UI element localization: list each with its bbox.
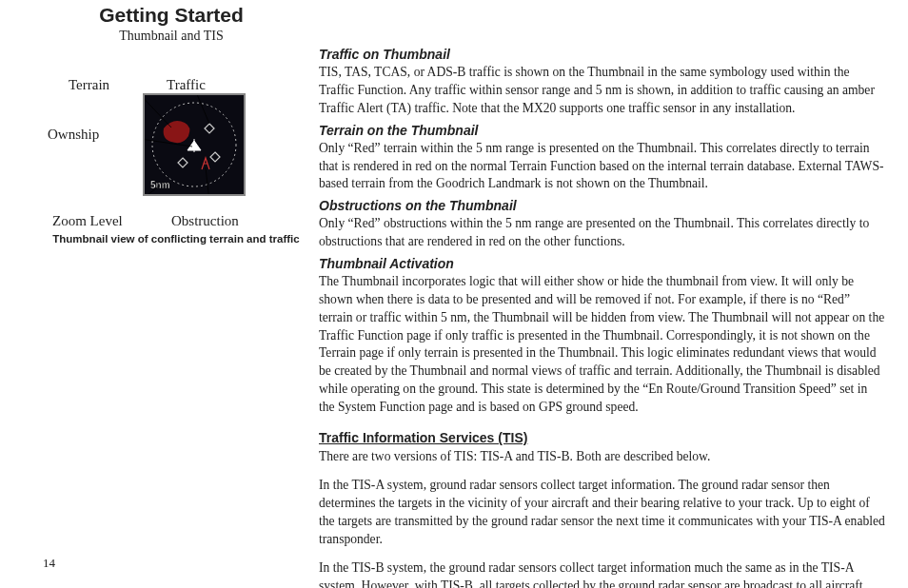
heading-obstructions-thumbnail: Obstructions on the Thumbnail <box>319 197 885 215</box>
body-text: Traffic on Thumbnail TIS, TAS, TCAS, or … <box>319 46 885 588</box>
range-text: 5nm <box>150 180 170 190</box>
thumbnail-display: 5nm <box>143 93 246 196</box>
para-terrain-thumbnail: Only “Red” terrain within the 5 nm range… <box>319 140 885 193</box>
para-traffic-thumbnail: TIS, TAS, TCAS, or ADS-B traffic is show… <box>319 64 885 117</box>
svg-line-1 <box>145 95 171 127</box>
heading-traffic-thumbnail: Traffic on Thumbnail <box>319 46 885 64</box>
para-obstructions-thumbnail: Only “Red” obstructions within the 5 nm … <box>319 215 885 251</box>
para-tis-2: In the TIS-A system, ground radar sensor… <box>319 477 885 548</box>
label-zoom: Zoom Level <box>52 213 123 229</box>
page-subtitle: Thumbnail and TIS <box>43 29 300 44</box>
page-title: Getting Started <box>43 4 300 27</box>
label-obstruction: Obstruction <box>171 213 239 229</box>
para-thumbnail-activation: The Thumbnail incorporates logic that wi… <box>319 273 885 416</box>
svg-line-5 <box>206 167 211 194</box>
svg-line-2 <box>194 95 209 124</box>
heading-thumbnail-activation: Thumbnail Activation <box>319 255 885 273</box>
heading-terrain-thumbnail: Terrain on the Thumbnail <box>319 122 885 140</box>
label-terrain: Terrain <box>69 77 109 93</box>
para-tis-1: There are two versions of TIS: TIS-A and… <box>319 448 885 466</box>
thumbnail-figure: Terrain Traffic Ownship Zoom Level Obstr… <box>43 74 309 245</box>
label-ownship: Ownship <box>48 127 99 143</box>
label-traffic: Traffic <box>167 77 206 93</box>
page-header: Getting Started Thumbnail and TIS <box>43 4 300 44</box>
heading-tis: Traffic Information Services (TIS) <box>319 429 885 447</box>
figure-caption: Thumbnail view of conflicting terrain an… <box>43 233 309 245</box>
para-tis-3: In the TIS-B system, the ground radar se… <box>319 559 885 588</box>
page-number: 14 <box>43 556 55 571</box>
